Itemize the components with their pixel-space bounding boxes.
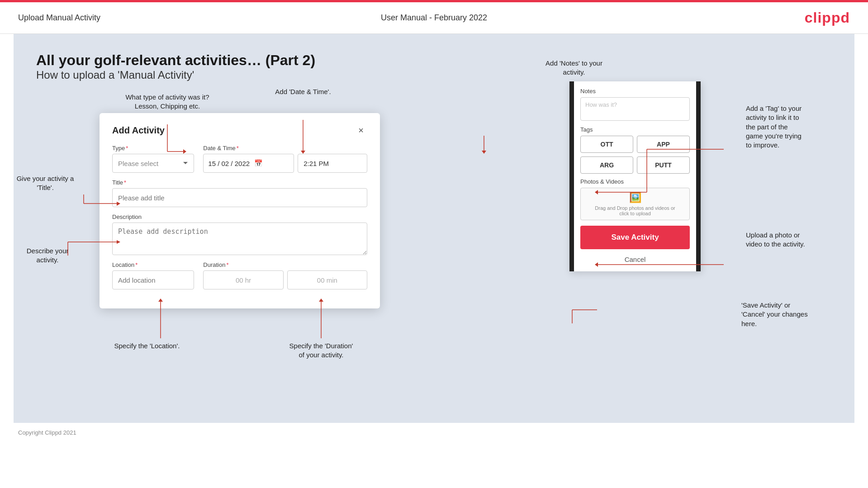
datetime-label: Date & Time* — [203, 145, 367, 152]
top-bar: Upload Manual Activity User Manual - Feb… — [0, 2, 868, 34]
notes-label: Notes — [580, 88, 690, 95]
title-input[interactable] — [112, 188, 367, 207]
tags-label: Tags — [580, 126, 690, 133]
tag-putt[interactable]: PUTT — [637, 156, 690, 174]
phone-content: Notes How was it? Tags OTT APP ARG PUTT … — [574, 81, 696, 249]
logo: clippd — [805, 9, 850, 26]
location-label: Location* — [112, 261, 194, 268]
svg-marker-17 — [482, 151, 486, 154]
phone-panel: Notes How was it? Tags OTT APP ARG PUTT … — [569, 81, 701, 271]
annotation-upload: Upload a photo or video to the activity. — [746, 231, 841, 249]
page-title: All your golf-relevant activities… (Part… — [36, 52, 832, 69]
form-row-type-date: Type* Please select Date & Time* 15 / 02… — [112, 145, 367, 173]
modal-title: Add Activity — [112, 125, 165, 136]
description-group: Description — [112, 213, 367, 255]
location-input[interactable] — [112, 270, 194, 289]
location-group: Location* — [112, 261, 194, 289]
form-row-location-duration: Location* Duration* 00 hr 00 min — [112, 261, 367, 289]
page-subtitle: How to upload a 'Manual Activity' — [36, 69, 832, 81]
cancel-button[interactable]: Cancel — [580, 254, 690, 265]
save-activity-button[interactable]: Save Activity — [580, 226, 690, 249]
upload-area[interactable]: 🖼️ Drag and Drop photos and videos or cl… — [580, 188, 690, 220]
page-section-title: Upload Manual Activity — [18, 13, 100, 23]
photos-label: Photos & Videos — [580, 178, 690, 185]
title-label: Title* — [112, 179, 367, 186]
annotation-activity-type: What type of activity was it? Lesson, Ch… — [113, 93, 222, 111]
title-group: Title* — [112, 179, 367, 207]
annotation-tags: Add a 'Tag' to your activity to link it … — [746, 104, 841, 150]
tag-arg[interactable]: ARG — [580, 156, 633, 174]
annotation-notes: Add 'Notes' to your activity. — [529, 59, 619, 77]
duration-min-input[interactable]: 00 min — [287, 270, 367, 289]
modal-close-button[interactable]: × — [355, 124, 367, 137]
date-input[interactable]: 15 / 02 / 2022 📅 — [203, 154, 294, 173]
upload-icon: 🖼️ — [629, 192, 641, 204]
calendar-icon: 📅 — [254, 159, 263, 167]
upload-text: Drag and Drop photos and videos or click… — [595, 205, 675, 216]
duration-label: Duration* — [203, 261, 367, 268]
photos-section: Photos & Videos 🖼️ Drag and Drop photos … — [580, 178, 690, 220]
phone-bottom: Cancel — [574, 249, 696, 271]
notes-textarea[interactable]: How was it? — [580, 97, 690, 121]
copyright: Copyright Clippd 2021 — [18, 429, 76, 436]
type-label: Type* — [112, 145, 194, 152]
duration-group: Duration* 00 hr 00 min — [203, 261, 367, 289]
main-content: All your golf-relevant activities… (Part… — [14, 34, 854, 423]
page-title-block: All your golf-relevant activities… (Part… — [36, 52, 832, 81]
annotation-description: Describe your activity. — [11, 246, 84, 265]
annotation-duration: Specify the 'Duration' of your activity. — [262, 341, 380, 360]
time-input[interactable]: 2:21 PM — [298, 154, 367, 173]
add-activity-modal: Add Activity × Type* Please select Date … — [100, 113, 380, 308]
annotation-location: Specify the 'Location'. — [97, 341, 197, 351]
document-title: User Manual - February 2022 — [381, 13, 487, 23]
description-textarea[interactable] — [112, 223, 367, 255]
type-select[interactable]: Please select — [112, 154, 194, 173]
annotation-save-cancel: 'Save Activity' or 'Cancel' your changes… — [741, 301, 841, 328]
tag-ott[interactable]: OTT — [580, 136, 633, 153]
description-label: Description — [112, 213, 367, 220]
annotation-date-time: Add 'Date & Time'. — [258, 87, 348, 96]
footer: Copyright Clippd 2021 — [0, 423, 868, 442]
datetime-group: Date & Time* 15 / 02 / 2022 📅 2:21 PM — [203, 145, 367, 173]
tags-grid: OTT APP ARG PUTT — [580, 136, 690, 174]
tags-section: Tags OTT APP ARG PUTT — [580, 126, 690, 174]
tag-app[interactable]: APP — [637, 136, 690, 153]
annotation-title: Give your activity a 'Title'. — [9, 174, 81, 193]
type-group: Type* Please select — [112, 145, 194, 173]
duration-hr-input[interactable]: 00 hr — [203, 270, 283, 289]
modal-header: Add Activity × — [112, 124, 367, 137]
